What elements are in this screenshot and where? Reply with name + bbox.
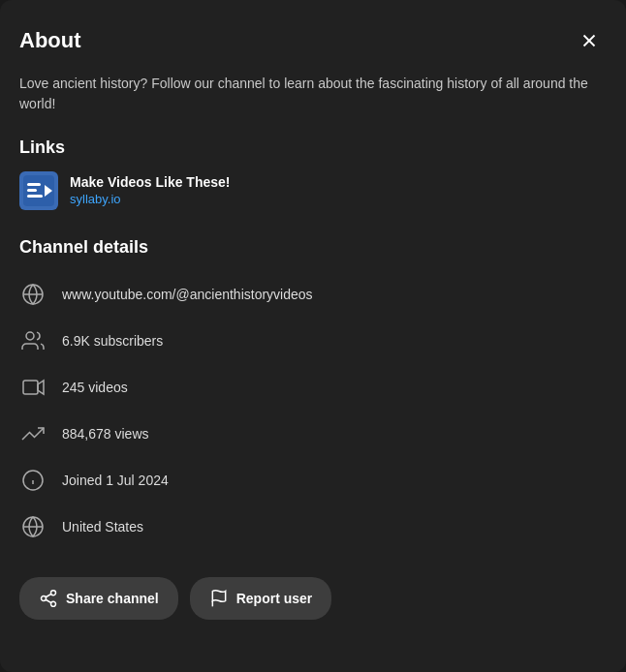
svg-rect-3 bbox=[27, 183, 41, 186]
detail-row-subscribers: 6.9K subscribers bbox=[19, 318, 607, 364]
close-icon bbox=[579, 30, 600, 51]
link-name: Make Videos Like These! bbox=[70, 174, 230, 190]
link-favicon bbox=[19, 171, 58, 210]
modal-title: About bbox=[19, 28, 81, 53]
favicon-icon bbox=[23, 175, 54, 206]
svg-line-18 bbox=[46, 599, 51, 602]
channel-description: Love ancient history? Follow our channel… bbox=[19, 74, 607, 114]
detail-row-videos: 245 videos bbox=[19, 364, 607, 411]
about-modal: About Love ancient history? Follow our c… bbox=[0, 0, 626, 672]
share-channel-label: Share channel bbox=[66, 591, 159, 606]
svg-point-8 bbox=[26, 332, 34, 340]
detail-row-location: United States bbox=[19, 504, 607, 550]
details-section-title: Channel details bbox=[19, 237, 607, 258]
links-section: Links Make Videos Like These! syllaby.io bbox=[19, 137, 607, 210]
share-channel-button[interactable]: Share channel bbox=[19, 577, 178, 620]
svg-rect-5 bbox=[27, 195, 43, 198]
location-globe-icon bbox=[19, 513, 47, 540]
link-url[interactable]: syllaby.io bbox=[70, 192, 121, 206]
svg-point-16 bbox=[42, 596, 47, 601]
detail-row-views: 884,678 views bbox=[19, 411, 607, 457]
link-text: Make Videos Like These! syllaby.io bbox=[70, 174, 230, 207]
svg-rect-9 bbox=[23, 381, 38, 394]
details-section: Channel details www.youtube.com/@ancient… bbox=[19, 237, 607, 550]
detail-views-text: 884,678 views bbox=[62, 426, 149, 442]
close-button[interactable] bbox=[572, 23, 607, 58]
detail-joined-text: Joined 1 Jul 2024 bbox=[62, 473, 169, 488]
link-item: Make Videos Like These! syllaby.io bbox=[19, 171, 607, 210]
detail-subscribers-text: 6.9K subscribers bbox=[62, 333, 163, 349]
links-section-title: Links bbox=[19, 137, 607, 158]
detail-row-url: www.youtube.com/@ancienthistoryvideos bbox=[19, 271, 607, 318]
flag-icon bbox=[209, 589, 229, 608]
video-icon bbox=[19, 374, 47, 401]
svg-point-17 bbox=[51, 601, 56, 606]
people-icon bbox=[19, 327, 47, 354]
svg-marker-10 bbox=[38, 381, 44, 394]
detail-row-joined: Joined 1 Jul 2024 bbox=[19, 457, 607, 504]
modal-header: About bbox=[19, 23, 607, 58]
svg-point-15 bbox=[51, 591, 56, 596]
trending-icon bbox=[19, 420, 47, 447]
actions-bar: Share channel Report user bbox=[19, 577, 607, 620]
svg-line-19 bbox=[46, 594, 51, 596]
share-icon bbox=[39, 589, 58, 608]
svg-rect-4 bbox=[27, 189, 37, 192]
report-user-button[interactable]: Report user bbox=[190, 577, 332, 620]
detail-location-text: United States bbox=[62, 519, 143, 535]
detail-videos-text: 245 videos bbox=[62, 380, 128, 395]
globe-icon bbox=[19, 281, 47, 308]
report-user-label: Report user bbox=[236, 591, 313, 606]
detail-url-text: www.youtube.com/@ancienthistoryvideos bbox=[62, 287, 313, 302]
info-icon bbox=[19, 467, 47, 494]
